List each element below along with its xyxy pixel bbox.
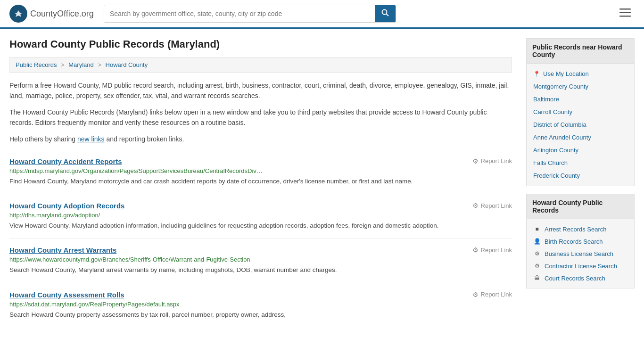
svg-rect-3 [619,8,631,10]
report-link-1[interactable]: ⚙ Report Link [472,202,512,209]
sidebar-nearby-header: Public Records near Howard County [527,39,634,64]
sidebar-use-my-location[interactable]: 📍 Use My Location [527,67,634,80]
breadcrumb-separator-2: > [98,61,103,68]
record-entry-0: Howard County Accident Reports ⚙ Report … [9,150,512,194]
sidebar-nearby-link-1[interactable]: Baltimore [533,96,559,103]
sidebar-records-body: ■ Arrest Records Search 👤 Birth Records … [527,219,634,288]
sidebar-nearby-link-4[interactable]: Anne Arundel County [533,134,591,141]
record-title-row-2: Howard County Arrest Warrants ⚙ Report L… [9,246,512,254]
sidebar-records-header: Howard County Public Records [527,194,634,219]
birth-records-icon: 👤 [533,238,541,245]
logo-name-text: CountyOffice [30,9,79,18]
pin-icon: 📍 [533,71,540,77]
report-icon-3: ⚙ [472,291,479,298]
svg-point-1 [382,10,387,15]
record-title-row-1: Howard County Adoption Records ⚙ Report … [9,202,512,210]
sidebar-nearby-section: Public Records near Howard County 📍 Use … [526,38,635,186]
record-title-row-0: Howard County Accident Reports ⚙ Report … [9,157,512,165]
sidebar-records-link-0[interactable]: Arrest Records Search [545,226,607,233]
breadcrumb-link-maryland[interactable]: Maryland [68,61,93,68]
record-desc-3: Search Howard County property assessment… [9,310,512,320]
logo: CountyOffice.org [9,5,94,23]
report-link-label-3: Report Link [481,291,512,298]
record-title-0[interactable]: Howard County Accident Reports [9,157,122,165]
breadcrumb-separator-1: > [61,61,66,68]
business-license-icon: ⚙ [533,250,541,257]
record-title-1[interactable]: Howard County Adoption Records [9,202,124,210]
court-records-icon: 🏛 [533,274,541,282]
report-icon-2: ⚙ [472,246,479,254]
sidebar-nearby-item-0: Montgomery County [527,80,634,93]
sidebar-records-item-4: 🏛 Court Records Search [527,272,634,284]
description-2: The Howard County Public Records (Maryla… [9,107,512,128]
header: CountyOffice.org [0,0,644,29]
main-content: Howard County Public Records (Maryland) … [9,38,512,327]
search-button[interactable] [375,5,396,22]
sidebar-records-section: Howard County Public Records ■ Arrest Re… [526,194,635,288]
sidebar-nearby-item-4: Anne Arundel County [527,131,634,144]
breadcrumb-link-howard-county[interactable]: Howard County [106,61,148,68]
sidebar-records-item-1: 👤 Birth Records Search [527,235,634,247]
records-list: Howard County Accident Reports ⚙ Report … [9,150,512,327]
record-title-2[interactable]: Howard County Arrest Warrants [9,246,116,254]
sidebar-records-item-0: ■ Arrest Records Search [527,223,634,235]
sidebar-nearby-link-5[interactable]: Arlington County [533,147,578,154]
logo-icon [9,5,27,23]
breadcrumb-link-public-records[interactable]: Public Records [16,61,57,68]
record-title-3[interactable]: Howard County Assessment Rolls [9,291,124,299]
description-1: Perform a free Howard County, MD public … [9,80,512,101]
svg-rect-4 [619,12,631,14]
sidebar-nearby-item-3: District of Columbia [527,118,634,131]
sidebar-nearby-item-7: Frederick County [527,169,634,182]
sidebar-nearby-link-7[interactable]: Frederick County [533,172,580,179]
sidebar-nearby-item-2: Carroll County [527,106,634,118]
contractor-license-icon: ⚙ [533,262,541,270]
search-bar [104,5,396,23]
sidebar-nearby-item-5: Arlington County [527,144,634,156]
report-link-2[interactable]: ⚙ Report Link [472,246,512,254]
description-3-pre: Help others by sharing [9,135,77,143]
content-wrapper: Howard County Public Records (Maryland) … [0,29,644,337]
sidebar-records-link-3[interactable]: Contractor License Search [545,263,617,270]
report-link-label-2: Report Link [481,247,512,254]
record-url-3[interactable]: https://sdat.dat.maryland.gov/RealProper… [9,301,512,308]
report-link-3[interactable]: ⚙ Report Link [472,291,512,298]
report-link-0[interactable]: ⚙ Report Link [472,157,512,165]
sidebar-nearby-body: 📍 Use My Location Montgomery County Balt… [527,64,634,186]
sidebar-nearby-item-1: Baltimore [527,93,634,106]
sidebar-nearby-item-6: Falls Church [527,156,634,169]
breadcrumb: Public Records > Maryland > Howard Count… [9,57,512,73]
sidebar-records-link-1[interactable]: Birth Records Search [545,238,603,245]
svg-rect-5 [619,16,631,17]
report-icon-1: ⚙ [472,202,479,209]
record-desc-0: Find Howard County, Maryland motorcycle … [9,177,512,186]
sidebar-records-link-2[interactable]: Business License Search [545,250,613,257]
record-desc-1: View Howard County, Maryland adoption in… [9,221,512,230]
arrest-records-icon: ■ [533,225,541,233]
record-title-row-3: Howard County Assessment Rolls ⚙ Report … [9,291,512,299]
record-url-0[interactable]: https://mdsp.maryland.gov/Organization/P… [9,167,512,174]
record-url-2[interactable]: https://www.howardcountymd.gov/Branches/… [9,256,512,263]
sidebar-nearby-link-3[interactable]: District of Columbia [533,121,586,128]
sidebar-records-item-3: ⚙ Contractor License Search [527,260,634,272]
use-my-location-link[interactable]: Use My Location [543,70,589,77]
record-desc-2: Search Howard County, Maryland arrest wa… [9,265,512,275]
sidebar-records-link-4[interactable]: Court Records Search [545,275,605,282]
sidebar-nearby-link-6[interactable]: Falls Church [533,159,568,166]
record-url-1[interactable]: http://dhs.maryland.gov/adoption/ [9,212,512,219]
sidebar: Public Records near Howard County 📍 Use … [526,38,635,327]
sidebar-nearby-link-0[interactable]: Montgomery County [533,83,588,90]
report-link-label-0: Report Link [481,157,512,165]
svg-line-2 [387,14,389,16]
page-title: Howard County Public Records (Maryland) [9,38,512,50]
description-3-post: and reporting broken links. [105,135,184,143]
record-entry-2: Howard County Arrest Warrants ⚙ Report L… [9,238,512,282]
sidebar-records-item-2: ⚙ Business License Search [527,247,634,260]
record-entry-3: Howard County Assessment Rolls ⚙ Report … [9,283,512,327]
search-input[interactable] [104,5,375,22]
menu-button[interactable] [616,6,635,22]
sidebar-nearby-link-2[interactable]: Carroll County [533,108,572,115]
report-link-label-1: Report Link [481,202,512,209]
record-entry-1: Howard County Adoption Records ⚙ Report … [9,194,512,238]
new-links-link[interactable]: new links [77,135,105,143]
